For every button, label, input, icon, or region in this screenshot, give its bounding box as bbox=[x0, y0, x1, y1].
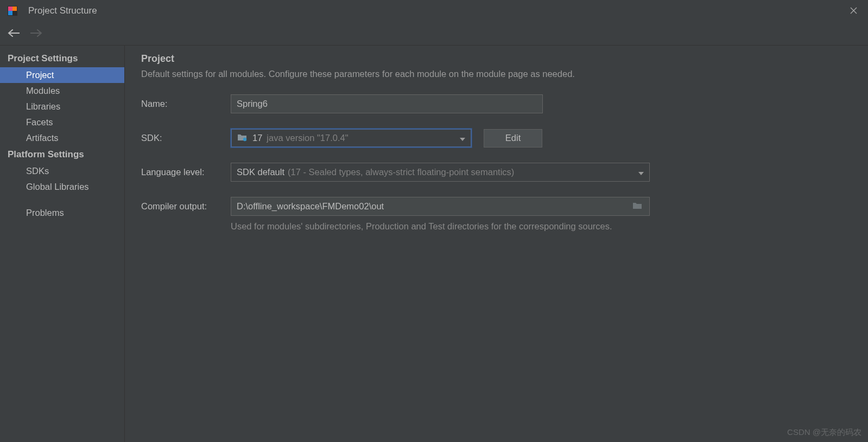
name-label: Name: bbox=[141, 99, 231, 109]
close-icon[interactable] bbox=[846, 3, 861, 19]
sidebar-item-label: Problems bbox=[26, 208, 64, 217]
page-description: Default settings for all modules. Config… bbox=[141, 69, 852, 79]
sidebar: Project Settings Project Modules Librari… bbox=[0, 46, 125, 442]
page-title: Project bbox=[141, 53, 852, 65]
sidebar-item-modules[interactable]: Modules bbox=[0, 83, 124, 99]
content-panel: Project Default settings for all modules… bbox=[125, 46, 868, 442]
svg-rect-2 bbox=[12, 7, 17, 11]
sdk-label: SDK: bbox=[141, 133, 231, 143]
sidebar-item-label: Facets bbox=[26, 117, 53, 127]
window-title: Project Structure bbox=[28, 5, 97, 16]
app-icon bbox=[7, 5, 18, 17]
edit-button[interactable]: Edit bbox=[484, 129, 542, 148]
svg-rect-1 bbox=[8, 7, 12, 11]
language-level-label: Language level: bbox=[141, 167, 231, 177]
sidebar-item-project[interactable]: Project bbox=[0, 67, 124, 83]
sidebar-item-libraries[interactable]: Libraries bbox=[0, 99, 124, 114]
sidebar-item-label: Modules bbox=[26, 86, 60, 95]
back-button[interactable] bbox=[8, 27, 20, 40]
sdk-detail: java version "17.0.4" bbox=[267, 133, 348, 143]
row-language-level: Language level: SDK default (17 - Sealed… bbox=[141, 163, 852, 182]
sidebar-item-sdks[interactable]: SDKs bbox=[0, 163, 124, 179]
sidebar-item-label: Project bbox=[26, 70, 54, 80]
forward-button[interactable] bbox=[30, 27, 42, 40]
compiler-output-hint: Used for modules' subdirectories, Produc… bbox=[231, 221, 852, 232]
sidebar-item-label: Libraries bbox=[26, 101, 60, 111]
language-level-dropdown[interactable]: SDK default (17 - Sealed types, always-s… bbox=[231, 163, 650, 182]
compiler-output-input[interactable] bbox=[231, 197, 650, 216]
sidebar-item-facets[interactable]: Facets bbox=[0, 114, 124, 130]
browse-folder-icon[interactable] bbox=[632, 201, 642, 212]
row-compiler-output: Compiler output: bbox=[141, 197, 852, 216]
sidebar-item-problems[interactable]: Problems bbox=[0, 204, 124, 221]
name-input[interactable] bbox=[231, 94, 543, 113]
language-level-detail: (17 - Sealed types, always-strict floati… bbox=[288, 167, 514, 177]
sidebar-item-global-libraries[interactable]: Global Libraries bbox=[0, 179, 124, 195]
folder-icon bbox=[237, 133, 247, 144]
sdk-dropdown[interactable]: 17 java version "17.0.4" bbox=[231, 129, 472, 148]
sidebar-header-project-settings: Project Settings bbox=[0, 50, 124, 67]
sidebar-item-label: Artifacts bbox=[26, 133, 59, 143]
language-level-value: SDK default bbox=[237, 167, 284, 177]
svg-point-4 bbox=[243, 137, 246, 140]
watermark: CSDN @无奈的码农 bbox=[787, 427, 861, 438]
svg-rect-3 bbox=[8, 11, 12, 15]
sidebar-header-platform-settings: Platform Settings bbox=[0, 146, 124, 163]
row-sdk: SDK: 17 java version "17.0.4" Edit bbox=[141, 129, 852, 148]
titlebar: Project Structure bbox=[0, 0, 868, 22]
sidebar-item-artifacts[interactable]: Artifacts bbox=[0, 130, 124, 146]
row-name: Name: bbox=[141, 94, 852, 113]
chevron-down-icon bbox=[638, 167, 644, 177]
chevron-down-icon bbox=[460, 133, 465, 143]
sidebar-item-label: Global Libraries bbox=[26, 182, 89, 191]
compiler-output-label: Compiler output: bbox=[141, 201, 231, 212]
nav-toolbar bbox=[0, 22, 868, 46]
sidebar-item-label: SDKs bbox=[26, 166, 49, 176]
sdk-version: 17 bbox=[252, 133, 262, 143]
